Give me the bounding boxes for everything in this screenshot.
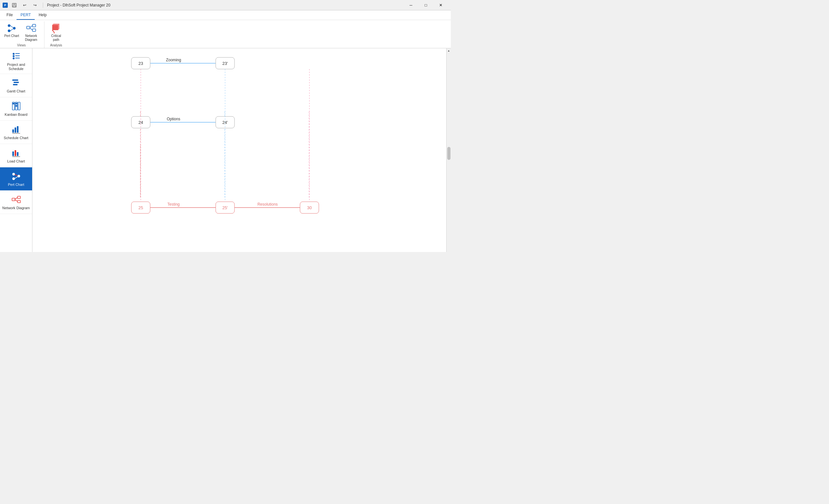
sidebar-item-pert-chart[interactable]: Pert Chart bbox=[0, 167, 32, 191]
menu-bar: File PERT Help bbox=[0, 10, 451, 20]
scrollbar-thumb[interactable] bbox=[447, 147, 450, 160]
svg-point-4 bbox=[13, 27, 15, 30]
pert-chart-sidebar-icon bbox=[11, 171, 22, 181]
ribbon: Pert Chart Network Diagram Views bbox=[0, 20, 451, 48]
kanban-board-icon bbox=[11, 101, 22, 111]
svg-rect-1 bbox=[13, 3, 15, 5]
ribbon-btn-pert-chart[interactable]: Pert Chart bbox=[3, 22, 21, 40]
svg-rect-34 bbox=[17, 126, 19, 133]
svg-rect-2 bbox=[13, 5, 15, 7]
scrollbar-vertical[interactable]: ▲ ▼ bbox=[446, 48, 451, 252]
ribbon-btn-critical-path[interactable]: Critical path bbox=[47, 22, 65, 43]
sidebar-item-project-schedule[interactable]: Project and Schedule bbox=[0, 48, 32, 74]
svg-rect-10 bbox=[32, 29, 36, 32]
canvas-area: 23 23' Zooming 24 24' Options 25 25' Tes… bbox=[32, 48, 451, 252]
toolbar-separator bbox=[43, 3, 43, 8]
svg-rect-47 bbox=[17, 201, 21, 203]
sidebar-item-gantt-chart[interactable]: Gantt Chart bbox=[0, 74, 32, 97]
sidebar: Project and Schedule Gantt Chart bbox=[0, 48, 32, 252]
svg-rect-32 bbox=[12, 130, 14, 133]
svg-point-40 bbox=[12, 173, 15, 176]
svg-rect-8 bbox=[27, 26, 30, 29]
network-diagram-icon bbox=[26, 23, 36, 33]
schedule-chart-icon bbox=[11, 124, 22, 135]
ribbon-btn-critical-path-label: Critical path bbox=[49, 34, 64, 42]
critical-path-icon bbox=[51, 23, 61, 33]
svg-rect-36 bbox=[12, 151, 14, 156]
svg-rect-25 bbox=[13, 84, 17, 85]
main-area: Project and Schedule Gantt Chart bbox=[0, 48, 451, 252]
menu-help[interactable]: Help bbox=[35, 10, 50, 20]
menu-file[interactable]: File bbox=[3, 10, 16, 20]
svg-marker-13 bbox=[52, 25, 58, 30]
svg-rect-30 bbox=[15, 103, 17, 104]
gantt-chart-icon bbox=[11, 77, 22, 88]
svg-rect-45 bbox=[12, 198, 15, 201]
ribbon-group-analysis: Critical path Analysis bbox=[47, 22, 69, 48]
save-button[interactable] bbox=[10, 1, 18, 9]
svg-point-17 bbox=[13, 53, 14, 55]
svg-line-49 bbox=[15, 200, 17, 202]
svg-rect-28 bbox=[18, 102, 20, 110]
undo-button[interactable]: ↩ bbox=[21, 1, 29, 9]
sidebar-item-schedule-chart-label: Schedule Chart bbox=[4, 136, 29, 140]
maximize-button[interactable]: □ bbox=[419, 0, 433, 10]
ribbon-btn-pert-chart-label: Pert Chart bbox=[4, 34, 19, 38]
svg-rect-22 bbox=[15, 58, 20, 59]
sidebar-item-load-chart-label: Load Chart bbox=[7, 159, 25, 164]
sidebar-item-pert-chart-label: Pert Chart bbox=[8, 183, 24, 187]
ribbon-group-views: Pert Chart Network Diagram Views bbox=[3, 22, 44, 48]
sidebar-item-network-diagram[interactable]: Network Diagram bbox=[0, 191, 32, 214]
ribbon-analysis-label: Analysis bbox=[47, 43, 65, 48]
svg-rect-9 bbox=[32, 24, 36, 27]
svg-line-7 bbox=[10, 29, 13, 31]
sidebar-item-schedule-chart[interactable]: Schedule Chart bbox=[0, 121, 32, 144]
pert-svg: 23 23' Zooming 24 24' Options 25 25' Tes… bbox=[32, 48, 451, 252]
ribbon-views-buttons: Pert Chart Network Diagram bbox=[3, 22, 40, 43]
svg-point-5 bbox=[8, 30, 10, 32]
ribbon-views-label: Views bbox=[3, 43, 40, 48]
sidebar-item-load-chart[interactable]: Load Chart bbox=[0, 144, 32, 167]
load-chart-icon bbox=[11, 148, 22, 158]
svg-rect-23 bbox=[12, 79, 18, 81]
sidebar-item-project-schedule-label: Project and Schedule bbox=[1, 63, 31, 71]
svg-rect-37 bbox=[14, 150, 16, 156]
svg-rect-31 bbox=[15, 105, 17, 107]
ribbon-btn-network-diagram[interactable]: Network Diagram bbox=[22, 22, 40, 43]
network-diagram-sidebar-icon bbox=[11, 194, 22, 205]
svg-text:25: 25 bbox=[139, 205, 143, 210]
ribbon-analysis-buttons: Critical path bbox=[47, 22, 65, 43]
svg-rect-20 bbox=[15, 56, 20, 56]
scroll-up-arrow[interactable]: ▲ bbox=[446, 48, 451, 53]
svg-rect-38 bbox=[17, 152, 19, 156]
svg-line-15 bbox=[52, 30, 54, 32]
app-icon: P bbox=[3, 3, 8, 8]
svg-point-3 bbox=[8, 24, 10, 27]
sidebar-item-kanban-board[interactable]: Kanban Board bbox=[0, 97, 32, 121]
project-schedule-icon bbox=[11, 51, 22, 61]
svg-rect-24 bbox=[13, 82, 19, 83]
redo-button[interactable]: ↪ bbox=[31, 1, 39, 9]
svg-rect-33 bbox=[14, 128, 16, 133]
svg-text:Resolutions: Resolutions bbox=[257, 202, 278, 207]
svg-point-19 bbox=[13, 55, 14, 57]
svg-text:23': 23' bbox=[222, 61, 228, 66]
sidebar-item-gantt-chart-label: Gantt Chart bbox=[7, 89, 25, 94]
svg-text:Zooming: Zooming bbox=[166, 58, 181, 62]
svg-line-6 bbox=[10, 26, 13, 28]
svg-line-44 bbox=[15, 177, 17, 178]
sidebar-item-network-diagram-label: Network Diagram bbox=[2, 206, 30, 210]
svg-point-42 bbox=[12, 177, 15, 180]
svg-rect-18 bbox=[15, 53, 20, 54]
sidebar-item-kanban-board-label: Kanban Board bbox=[4, 112, 27, 117]
svg-rect-46 bbox=[17, 196, 21, 199]
close-button[interactable]: ✕ bbox=[433, 0, 448, 10]
menu-pert[interactable]: PERT bbox=[16, 10, 35, 20]
svg-line-11 bbox=[30, 26, 32, 28]
svg-point-21 bbox=[13, 58, 14, 59]
minimize-button[interactable]: ─ bbox=[403, 0, 419, 10]
svg-text:25': 25' bbox=[222, 205, 228, 210]
pert-chart-icon bbox=[6, 23, 17, 33]
ribbon-btn-network-diagram-label: Network Diagram bbox=[24, 34, 39, 42]
svg-text:Options: Options bbox=[167, 117, 180, 121]
